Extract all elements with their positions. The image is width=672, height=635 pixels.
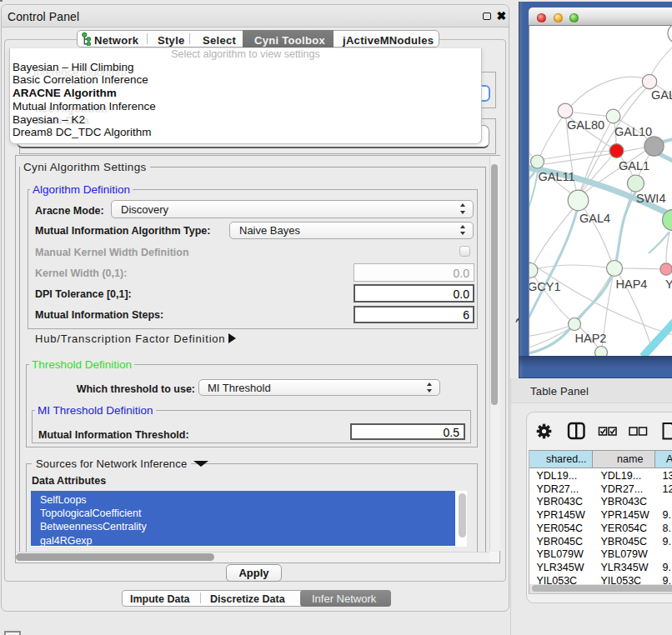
svg-text:SWI4: SWI4 xyxy=(636,192,665,205)
svg-text:YB: YB xyxy=(665,278,672,291)
svg-text:GAL4: GAL4 xyxy=(579,212,610,225)
svg-text:GAL80: GAL80 xyxy=(567,118,604,132)
svg-text:HAP4: HAP4 xyxy=(615,278,647,291)
svg-text:GCY1: GCY1 xyxy=(529,280,561,293)
svg-text:GAL2: GAL2 xyxy=(651,88,672,102)
svg-text:HAP2: HAP2 xyxy=(574,332,606,345)
svg-text:GAL11: GAL11 xyxy=(538,170,574,183)
svg-text:GAL10: GAL10 xyxy=(614,125,652,138)
svg-text:GAL1: GAL1 xyxy=(619,159,649,172)
